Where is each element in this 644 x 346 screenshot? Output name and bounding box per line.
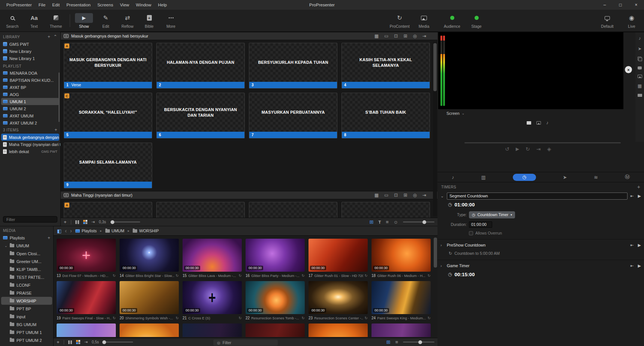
media-folder-item[interactable]: TEST PATTE...	[0, 273, 53, 281]
list-view-icon[interactable]	[395, 339, 398, 345]
menu-screens[interactable]: Screens	[94, 3, 117, 7]
media-folder-item[interactable]: PPT UMUM 1	[0, 328, 53, 336]
forward-icon[interactable]	[70, 228, 72, 234]
playback-scrubber[interactable]	[464, 142, 621, 143]
slide-zoom-slider[interactable]	[403, 221, 434, 223]
media-item[interactable]: 00:00:30 21C Cross E (S)	[183, 281, 242, 320]
skip-forward-icon[interactable]	[536, 146, 541, 152]
menu-help[interactable]: Help	[155, 3, 171, 7]
media-item-partial[interactable]	[183, 323, 242, 337]
advance-icon[interactable]	[91, 220, 95, 224]
expand-icon[interactable]	[403, 193, 407, 198]
media-folder-item[interactable]: PRAISE	[0, 289, 53, 297]
playlist-item[interactable]: MENARA DOA	[0, 69, 60, 77]
media-folder-item[interactable]: Greeter UM...	[0, 257, 53, 265]
media-thumbnail[interactable]: 00:00:30	[371, 239, 431, 272]
slide-9[interactable]: SAMPAI SELAMA-LAMANYA 9	[64, 143, 152, 188]
timer-reset-button[interactable]	[630, 194, 634, 199]
menu-file[interactable]: File	[35, 3, 49, 7]
loop-icon[interactable]	[113, 274, 116, 278]
media-scrollbar[interactable]	[434, 238, 437, 268]
close-button[interactable]	[628, 0, 644, 10]
loop-icon[interactable]	[302, 274, 305, 278]
scrollbar-thumb[interactable]	[433, 43, 437, 91]
arrange-icon[interactable]	[374, 193, 379, 198]
loop-icon[interactable]	[428, 316, 431, 320]
media-thumbnail[interactable]: 00:00:30	[309, 281, 368, 314]
timer-expand-chevron[interactable]	[440, 194, 444, 199]
media-item[interactable]: 00:00:30 16Glitter Bliss Party - Medium …	[246, 239, 305, 278]
media-folder-item[interactable]: input	[0, 313, 53, 320]
media-item-partial[interactable]	[57, 323, 116, 337]
grid-view-icon[interactable]	[386, 339, 391, 345]
camera-icon[interactable]	[638, 94, 642, 97]
media-thumbnail[interactable]	[309, 323, 368, 337]
tab-audio[interactable]	[452, 175, 454, 180]
breadcrumb-playlists[interactable]: Playlists	[75, 229, 97, 233]
playlist-item[interactable]: AYAT BP	[0, 84, 60, 91]
media-item-partial[interactable]	[371, 323, 431, 337]
media-item[interactable]: 00:00:30 14Glitter Bliss Bright Star - S…	[120, 239, 179, 278]
toolbar-reflow[interactable]: Reflow	[117, 13, 138, 29]
menu-edit[interactable]: Edit	[49, 3, 63, 7]
shield-icon[interactable]	[547, 146, 551, 152]
target-icon[interactable]	[413, 193, 416, 198]
arrange-icon[interactable]	[374, 33, 379, 39]
screen-selector[interactable]: Screen	[446, 111, 464, 116]
media-thumbnail[interactable]: 00:00:30	[57, 239, 116, 272]
media-thumbnail[interactable]: 00:00:30	[120, 239, 179, 272]
tab-macros[interactable]	[625, 174, 630, 181]
slide-1[interactable]: A MASUK GERBANGNYA DENGAN HATI BERSYUKUR…	[64, 43, 152, 89]
add-slide-button[interactable]	[64, 219, 67, 225]
loop-icon[interactable]	[113, 316, 116, 320]
menu-view[interactable]: View	[117, 3, 133, 7]
breadcrumb-worship[interactable]: WORSHIP	[133, 229, 159, 233]
timer-start-button[interactable]	[638, 243, 641, 248]
media-item[interactable]: 00:00:30 23Resurrection Scenes Center -.…	[309, 281, 368, 320]
media-thumbnail[interactable]: 00:00:30	[246, 239, 305, 272]
loop-icon[interactable]	[239, 274, 242, 278]
media-item[interactable]: 00:00:30 13Dot Flow 07 - Medium - HD...	[57, 239, 116, 278]
playlist-doc-item[interactable]: lebih dekatGMS PWT	[0, 148, 60, 155]
chevron-down-icon[interactable]	[4, 244, 7, 248]
media-item[interactable]: 00:00:30 24Paint Sweeps King - Medium...	[371, 281, 431, 320]
toolbar-media[interactable]: Media	[413, 13, 435, 29]
transition-duration-slider[interactable]	[110, 221, 140, 223]
timer-start-button[interactable]	[638, 194, 641, 199]
slide-layer-icon[interactable]	[527, 121, 531, 125]
emoji-icon[interactable]	[394, 220, 398, 225]
tab-props[interactable]	[481, 175, 485, 180]
media-item[interactable]: 00:00:30 19Paint Sweeps Final - Slow - H…	[57, 281, 116, 320]
media-item-partial[interactable]	[309, 323, 368, 337]
media-folder-item[interactable]: BG UMUM	[0, 320, 53, 328]
playlist-item-selected[interactable]: UMUM 1	[1, 98, 59, 105]
media-thumbnail[interactable]: 00:00:30	[371, 281, 431, 314]
media-folder-item[interactable]: PPT UMUM 2	[0, 336, 53, 344]
playlist-item[interactable]: AYAT UMUM 2	[0, 119, 60, 125]
loop-icon[interactable]	[365, 274, 368, 278]
advance-icon[interactable]	[84, 340, 88, 344]
media-item[interactable]: 00:00:30 17Glitter Rush 01 - Slow - HD 7…	[309, 239, 368, 278]
toolbar-live[interactable]: Live	[621, 13, 643, 29]
target-icon[interactable]	[413, 33, 416, 39]
slide-2[interactable]: HALAMAN-NYA DENGAN PUJIAN 2	[156, 43, 245, 89]
media-thumbnail[interactable]: 00:00:30	[309, 239, 368, 272]
back-icon[interactable]	[65, 228, 67, 234]
library-item[interactable]: GMS PWT	[0, 41, 60, 48]
toggle-sidebar-icon[interactable]	[57, 228, 61, 234]
media-thumbnail[interactable]: 00:00:30	[183, 281, 242, 314]
loop-icon[interactable]	[239, 316, 242, 320]
allows-overrun-checkbox[interactable]	[469, 231, 473, 235]
toolbar-bible[interactable]: Bible	[138, 13, 160, 29]
media-thumbnail[interactable]	[371, 323, 431, 337]
media-folder-item[interactable]: Open Closi...	[0, 250, 53, 257]
library-item[interactable]: New Library 1	[0, 55, 60, 62]
loop-icon[interactable]	[176, 274, 179, 278]
clear-screen-button[interactable]	[625, 66, 632, 73]
slide-6[interactable]: BERSUKACITA DENGAN NYANYIAN DAN TARIAN 6	[156, 93, 245, 138]
breadcrumb-umum[interactable]: UMUM	[105, 229, 124, 233]
add-media-button[interactable]	[57, 339, 60, 345]
rewind-icon[interactable]	[505, 146, 509, 152]
toolbar-stage[interactable]: Stage	[466, 13, 487, 29]
menu-propresenter[interactable]: ProPresenter	[3, 3, 35, 7]
